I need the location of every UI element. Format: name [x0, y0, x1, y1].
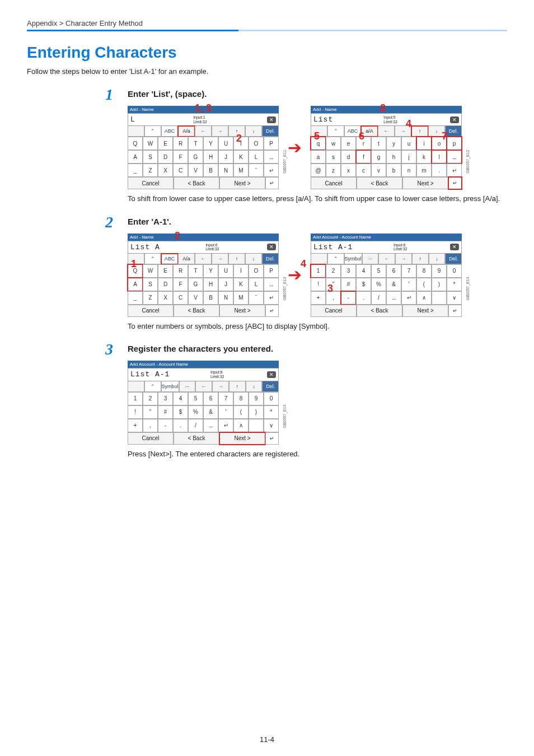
key[interactable]: 8	[233, 392, 249, 405]
key[interactable]: A	[128, 150, 143, 164]
close-icon[interactable]: ✕	[267, 244, 276, 250]
key[interactable]: '	[218, 405, 233, 419]
back-button[interactable]: < Back	[174, 177, 219, 189]
delete-button[interactable]: Del.	[262, 381, 279, 392]
key[interactable]: ⎵	[203, 419, 218, 432]
key[interactable]: P	[264, 137, 279, 150]
key[interactable]: 5	[371, 264, 386, 278]
key[interactable]: z	[326, 164, 341, 177]
key[interactable]: *	[447, 278, 462, 291]
key[interactable]: ∨	[447, 291, 462, 305]
arrow-right-icon[interactable]: →	[212, 126, 228, 137]
key[interactable]: (	[416, 278, 432, 291]
key[interactable]: 5	[188, 392, 203, 405]
key[interactable]: +	[128, 419, 143, 432]
close-icon[interactable]: ✕	[450, 244, 459, 250]
arrow-left-icon[interactable]: ←	[195, 381, 212, 392]
arrow-up-icon[interactable]: ↑	[228, 126, 245, 137]
key[interactable]: !	[311, 278, 326, 291]
key[interactable]: X	[158, 164, 173, 177]
key[interactable]: ∧	[233, 419, 249, 432]
key[interactable]: I	[233, 264, 249, 278]
key[interactable]: h	[386, 150, 401, 164]
key[interactable]: 3	[158, 392, 173, 405]
next-button[interactable]: Next >	[219, 305, 265, 317]
key[interactable]: @	[311, 164, 326, 177]
key[interactable]: X	[158, 291, 173, 305]
key[interactable]: b	[386, 164, 401, 177]
key[interactable]: n	[401, 164, 416, 177]
cancel-button[interactable]: Cancel	[128, 177, 174, 189]
case-toggle-button[interactable]: a/A	[361, 126, 378, 137]
cancel-button[interactable]: Cancel	[311, 177, 357, 189]
caret-icon[interactable]: ⌃	[144, 254, 161, 264]
key[interactable]: ∧	[416, 291, 432, 305]
cancel-button[interactable]: Cancel	[311, 305, 357, 317]
delete-button[interactable]: Del.	[262, 254, 279, 264]
key[interactable]: #	[341, 278, 356, 291]
cancel-button[interactable]: Cancel	[128, 432, 174, 445]
key[interactable]: G	[188, 150, 203, 164]
key[interactable]: l	[432, 150, 447, 164]
key[interactable]: M	[233, 164, 249, 177]
key[interactable]: ↵	[264, 164, 279, 177]
caret-icon[interactable]: ⌃	[327, 254, 344, 264]
key[interactable]: H	[203, 278, 218, 291]
key[interactable]: %	[188, 405, 203, 419]
key[interactable]: )	[432, 278, 447, 291]
key[interactable]: 3	[341, 264, 356, 278]
key[interactable]: 9	[432, 264, 447, 278]
key[interactable]: ↵	[264, 291, 279, 305]
arrow-down-icon[interactable]: ↓	[428, 126, 445, 137]
key[interactable]: ↵	[218, 419, 233, 432]
arrow-down-icon[interactable]: ↓	[246, 381, 263, 392]
back-button[interactable]: < Back	[174, 305, 219, 317]
key[interactable]: c	[356, 164, 371, 177]
back-button[interactable]: < Back	[174, 432, 219, 445]
key[interactable]: y	[386, 137, 401, 150]
key[interactable]: P	[264, 264, 279, 278]
symbol-mode-button[interactable]: Symbol	[161, 381, 179, 392]
key[interactable]: S	[143, 150, 158, 164]
key[interactable]: H	[203, 150, 218, 164]
arrow-down-icon[interactable]: ↓	[245, 126, 262, 137]
key[interactable]: x	[341, 164, 356, 177]
key[interactable]: Z	[143, 164, 158, 177]
arrow-down-icon[interactable]: ↓	[429, 254, 446, 264]
back-button[interactable]: < Back	[357, 305, 402, 317]
key[interactable]: j	[401, 150, 416, 164]
key[interactable]	[249, 419, 264, 432]
key[interactable]: B	[203, 164, 218, 177]
arrow-right-icon[interactable]: →	[395, 126, 411, 137]
key[interactable]: q	[311, 137, 326, 150]
key[interactable]: Q	[128, 264, 143, 278]
key[interactable]: ↵	[401, 291, 416, 305]
key[interactable]: V	[188, 164, 203, 177]
key[interactable]: 6	[203, 392, 218, 405]
key[interactable]: *	[264, 405, 279, 419]
key[interactable]: _	[128, 164, 143, 177]
back-button[interactable]: < Back	[357, 177, 402, 189]
key[interactable]: J	[218, 278, 233, 291]
key[interactable]: R	[173, 137, 188, 150]
abc-mode-button[interactable]: ABC	[161, 126, 178, 137]
key[interactable]: Y	[203, 137, 218, 150]
next-button[interactable]: Next >	[402, 177, 448, 189]
arrow-left-icon[interactable]: ←	[378, 126, 395, 137]
key[interactable]: i	[416, 137, 432, 150]
key[interactable]: v	[371, 164, 386, 177]
key[interactable]: T	[188, 264, 203, 278]
key[interactable]: D	[158, 278, 173, 291]
key[interactable]: O	[249, 264, 264, 278]
key[interactable]: ,	[143, 419, 158, 432]
caret-icon[interactable]: ⌃	[144, 126, 161, 137]
key[interactable]: F	[173, 150, 188, 164]
abc-mode-button[interactable]: ABC	[344, 126, 361, 137]
key[interactable]: g	[371, 150, 386, 164]
key[interactable]: ⎵	[447, 150, 462, 164]
key[interactable]: o	[432, 137, 447, 150]
key[interactable]: '	[401, 278, 416, 291]
key[interactable]: F	[173, 278, 188, 291]
key[interactable]: 1	[128, 392, 143, 405]
key[interactable]: .	[356, 291, 371, 305]
